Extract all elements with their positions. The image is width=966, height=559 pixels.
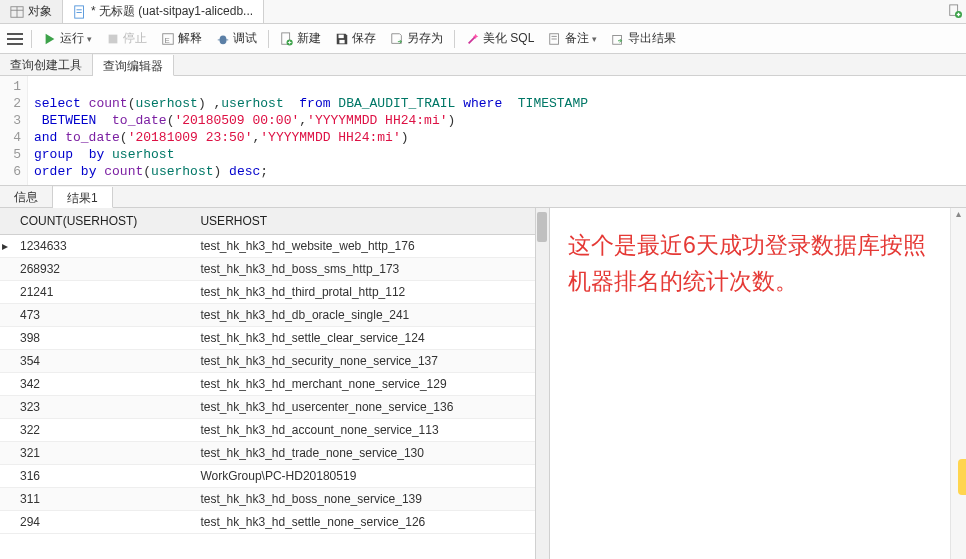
tab-result1[interactable]: 结果1 [53, 187, 113, 208]
stop-button[interactable]: 停止 [100, 27, 153, 50]
cell-count[interactable]: 316 [10, 465, 190, 488]
tab-query-builder[interactable]: 查询创建工具 [0, 54, 93, 75]
table-row[interactable]: ▸1234633test_hk_hk3_hd_website_web_http_… [0, 235, 549, 258]
memo-button[interactable]: 备注 ▾ [542, 27, 603, 50]
results-grid-wrap[interactable]: COUNT(USERHOST) USERHOST ▸1234633test_hk… [0, 208, 550, 559]
table-row[interactable]: 321test_hk_hk3_hd_trade_none_service_130 [0, 442, 549, 465]
toolbar-separator [268, 30, 269, 48]
col-count-header[interactable]: COUNT(USERHOST) [10, 208, 190, 235]
cell-count[interactable]: 322 [10, 419, 190, 442]
cell-userhost[interactable]: test_hk_hk3_hd_usercenter_none_service_1… [190, 396, 549, 419]
toolbar-separator [454, 30, 455, 48]
new-button[interactable]: 新建 [274, 27, 327, 50]
svg-point-14 [220, 35, 227, 44]
table-row[interactable]: 311test_hk_hk3_hd_boss_none_service_139 [0, 488, 549, 511]
cell-userhost[interactable]: test_hk_hk3_hd_settle_none_service_126 [190, 511, 549, 534]
row-marker [0, 419, 10, 442]
beautify-button[interactable]: 美化 SQL [460, 27, 540, 50]
row-marker [0, 442, 10, 465]
sql-editor[interactable]: 123456 select count(userhost) ,userhost … [0, 76, 966, 186]
wand-icon [466, 32, 480, 46]
table-row[interactable]: 323test_hk_hk3_hd_usercenter_none_servic… [0, 396, 549, 419]
run-dropdown-caret: ▾ [87, 34, 92, 44]
cell-userhost[interactable]: test_hk_hk3_hd_website_web_http_176 [190, 235, 549, 258]
cell-count[interactable]: 342 [10, 373, 190, 396]
stop-icon [106, 32, 120, 46]
annotation-text: 这个是最近6天成功登录数据库按照机器排名的统计次数。 [568, 228, 948, 299]
run-button[interactable]: 运行 ▾ [37, 27, 98, 50]
row-marker-header [0, 208, 10, 235]
cell-count[interactable]: 1234633 [10, 235, 190, 258]
col-userhost-header[interactable]: USERHOST [190, 208, 549, 235]
svg-rect-5 [77, 12, 82, 13]
cell-userhost[interactable]: test_hk_hk3_hd_db_oracle_single_241 [190, 304, 549, 327]
table-row[interactable]: 473test_hk_hk3_hd_db_oracle_single_241 [0, 304, 549, 327]
tab-info[interactable]: 信息 [0, 186, 53, 207]
svg-line-23 [469, 36, 476, 43]
play-icon [43, 32, 57, 46]
cell-userhost[interactable]: test_hk_hk3_hd_merchant_none_service_129 [190, 373, 549, 396]
save-button[interactable]: 保存 [329, 27, 382, 50]
table-row[interactable]: 21241test_hk_hk3_hd_third_protal_http_11… [0, 281, 549, 304]
cell-userhost[interactable]: test_hk_hk3_hd_security_none_service_137 [190, 350, 549, 373]
svg-rect-4 [77, 9, 82, 10]
tab-untitled[interactable]: * 无标题 (uat-sitpay1-alicedb... [63, 0, 264, 23]
row-marker [0, 258, 10, 281]
cell-userhost[interactable]: test_hk_hk3_hd_trade_none_service_130 [190, 442, 549, 465]
cell-userhost[interactable]: WorkGroup\PC-HD20180519 [190, 465, 549, 488]
grid-scrollbar[interactable] [535, 208, 549, 559]
tab-object[interactable]: 对象 [0, 0, 63, 23]
table-row[interactable]: 354test_hk_hk3_hd_security_none_service_… [0, 350, 549, 373]
memo-dropdown-caret: ▾ [592, 34, 597, 44]
row-marker [0, 396, 10, 419]
cell-userhost[interactable]: test_hk_hk3_hd_boss_none_service_139 [190, 488, 549, 511]
row-marker [0, 327, 10, 350]
tab-query-editor-label: 查询编辑器 [103, 59, 163, 73]
explain-button[interactable]: E 解释 [155, 27, 208, 50]
export-label: 导出结果 [628, 30, 676, 47]
cell-count[interactable]: 321 [10, 442, 190, 465]
cell-count[interactable]: 294 [10, 511, 190, 534]
tab-object-label: 对象 [28, 3, 52, 20]
toolbar: 运行 ▾ 停止 E 解释 调试 新建 保存 另存为 美化 SQL 备注 ▾ 导出… [0, 24, 966, 54]
row-marker [0, 465, 10, 488]
hamburger-menu-button[interactable] [4, 28, 26, 50]
cell-userhost[interactable]: test_hk_hk3_hd_third_protal_http_112 [190, 281, 549, 304]
cell-count[interactable]: 268932 [10, 258, 190, 281]
table-row[interactable]: 316WorkGroup\PC-HD20180519 [0, 465, 549, 488]
tab-query-editor[interactable]: 查询编辑器 [93, 55, 174, 76]
table-row[interactable]: 342test_hk_hk3_hd_merchant_none_service_… [0, 373, 549, 396]
results-grid[interactable]: COUNT(USERHOST) USERHOST ▸1234633test_hk… [0, 208, 549, 534]
saveas-button[interactable]: 另存为 [384, 27, 449, 50]
cell-count[interactable]: 311 [10, 488, 190, 511]
tab-result1-label: 结果1 [67, 191, 98, 205]
cell-count[interactable]: 354 [10, 350, 190, 373]
row-marker [0, 304, 10, 327]
cell-userhost[interactable]: test_hk_hk3_hd_settle_clear_service_124 [190, 327, 549, 350]
export-button[interactable]: 导出结果 [605, 27, 682, 50]
tab-query-builder-label: 查询创建工具 [10, 58, 82, 72]
cell-userhost[interactable]: test_hk_hk3_hd_account_none_service_113 [190, 419, 549, 442]
table-row[interactable]: 294test_hk_hk3_hd_settle_none_service_12… [0, 511, 549, 534]
cell-userhost[interactable]: test_hk_hk3_hd_boss_sms_http_173 [190, 258, 549, 281]
debug-button[interactable]: 调试 [210, 27, 263, 50]
table-row[interactable]: 322test_hk_hk3_hd_account_none_service_1… [0, 419, 549, 442]
code-area[interactable]: select count(userhost) ,userhost from DB… [28, 76, 594, 185]
cell-count[interactable]: 473 [10, 304, 190, 327]
cell-count[interactable]: 323 [10, 396, 190, 419]
cell-count[interactable]: 21241 [10, 281, 190, 304]
svg-marker-10 [46, 33, 55, 44]
svg-rect-22 [339, 39, 344, 43]
toolbar-separator [31, 30, 32, 48]
scroll-up-icon[interactable]: ▴ [951, 208, 966, 224]
file-tabs-bar: 对象 * 无标题 (uat-sitpay1-alicedb... [0, 0, 966, 24]
new-query-corner-button[interactable] [946, 2, 964, 20]
memo-label: 备注 [565, 30, 589, 47]
annotation-scrollbar[interactable]: ▴ [950, 208, 966, 559]
table-row[interactable]: 398test_hk_hk3_hd_settle_clear_service_1… [0, 327, 549, 350]
grid-scroll-thumb[interactable] [537, 212, 547, 242]
result-tabs: 信息 结果1 [0, 186, 966, 208]
cell-count[interactable]: 398 [10, 327, 190, 350]
save-label: 保存 [352, 30, 376, 47]
table-row[interactable]: 268932test_hk_hk3_hd_boss_sms_http_173 [0, 258, 549, 281]
